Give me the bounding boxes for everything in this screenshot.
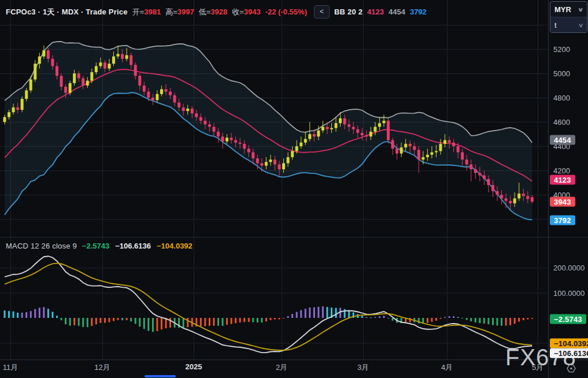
bb-indicator-values: 412344543792 — [367, 8, 427, 16]
unit-selector-value: t — [554, 21, 557, 29]
price-axis-border — [548, 0, 549, 378]
time-axis-label: 2月 — [276, 362, 287, 373]
currency-selector[interactable]: MYR ∨ — [550, 2, 587, 17]
axis-unit-selectors: MYR ∨ t ∨ — [550, 1, 587, 33]
time-axis-label: 3月 — [357, 362, 369, 373]
macd-indicator-title[interactable]: MACD 12 26 close 9 — [6, 242, 77, 250]
macd-value: −106.6136 — [115, 242, 151, 250]
time-axis-label: 12月 — [94, 362, 110, 373]
price-label-badge: 4123 — [550, 175, 575, 185]
price-label-badge: 4454 — [550, 135, 575, 145]
horizontal-scrollbar[interactable] — [145, 375, 176, 377]
price-axis-tick: 4600 — [553, 118, 570, 127]
price-label-badge: −2.5743 — [550, 314, 586, 324]
symbol-title[interactable]: FCPOc3 · 1天 · MDX · Trade Price — [6, 7, 128, 17]
macd-axis-tick: 200.0000 — [553, 264, 585, 272]
macd-indicator-values: −2.5743−106.6136−104.0392 — [82, 242, 193, 250]
ohlc-low: 低=3928 — [199, 7, 228, 17]
ohlc-close: 收=3943 — [232, 7, 261, 17]
price-label-badge: 3943 — [550, 197, 575, 207]
price-axis-tick: 4800 — [553, 94, 570, 102]
price-label-badge: −106.6136 — [550, 349, 588, 358]
macd-value: −2.5743 — [82, 242, 109, 250]
price-change: -22 (-0.55%) — [265, 8, 307, 16]
bb-value: 4123 — [367, 8, 384, 16]
bb-value: 3792 — [410, 8, 427, 16]
pane-separator[interactable] — [0, 237, 588, 238]
time-axis-label: 4月 — [441, 362, 453, 373]
unit-selector[interactable]: t ∨ — [550, 17, 587, 32]
chevron-down-icon: ∨ — [577, 6, 583, 13]
currency-selector-value: MYR — [554, 5, 571, 14]
macd-indicator-legend: MACD 12 26 close 9 −2.5743−106.6136−104.… — [6, 242, 193, 250]
price-label-badge: −104.0392 — [550, 339, 588, 349]
ohlc-open: 开=3981 — [132, 7, 161, 17]
macd-value: −104.0392 — [157, 242, 193, 250]
bb-value: 4454 — [389, 8, 405, 16]
chart-canvas[interactable] — [0, 0, 588, 378]
price-axis-tick: 5000 — [553, 69, 570, 78]
time-axis-label: 2025 — [186, 362, 202, 371]
axis-settings-gear-icon[interactable] — [566, 364, 576, 373]
macd-axis-tick: 100.0000 — [553, 288, 585, 297]
trading-chart-window: FCPOc3 · 1天 · MDX · Trade Price 开=3981 高… — [0, 0, 588, 378]
chevron-down-icon: ∨ — [578, 22, 583, 28]
bb-indicator-title[interactable]: BB 20 2 — [334, 8, 363, 16]
legend-collapse-button[interactable]: < — [314, 5, 330, 18]
main-series-legend: FCPOc3 · 1天 · MDX · Trade Price 开=3981 高… — [6, 5, 427, 18]
time-axis-border — [0, 360, 588, 360]
ohlc-high: 高=3997 — [165, 7, 194, 17]
price-label-badge: 3792 — [550, 216, 575, 225]
time-axis-label: 11月 — [3, 362, 19, 373]
price-axis-tick: 5200 — [553, 45, 570, 54]
price-axis-tick: 4200 — [553, 166, 570, 175]
